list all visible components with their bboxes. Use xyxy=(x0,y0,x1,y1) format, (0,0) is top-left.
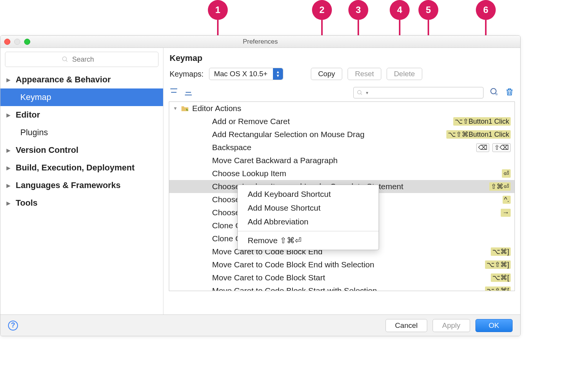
reset-button[interactable]: Reset xyxy=(348,68,381,80)
search-icon xyxy=(357,90,363,96)
shortcut-badge: ⌫ xyxy=(476,143,489,152)
svg-point-6 xyxy=(495,93,498,95)
window-title: Preferences xyxy=(243,38,278,46)
context-menu: Add Keyboard Shortcut Add Mouse Shortcut… xyxy=(237,185,379,250)
shortcut-badge: ⇧⌘⏎ xyxy=(489,182,511,191)
close-window-button[interactable] xyxy=(4,39,10,45)
page-title: Keymap xyxy=(163,48,520,66)
shortcut-badge: ⌥⇧Button1 Click xyxy=(453,117,511,126)
settings-search-input[interactable] xyxy=(72,55,102,64)
minimize-window-button[interactable] xyxy=(14,39,20,45)
svg-point-2 xyxy=(358,90,361,94)
sidebar-item-label: Editor xyxy=(16,110,40,120)
collapse-all-icon[interactable] xyxy=(184,88,193,98)
shortcut-badge: ⌥⇧⌘Button1 Click xyxy=(446,130,511,139)
action-label: Move Caret to Code Block End with Select… xyxy=(212,260,485,269)
traffic-lights xyxy=(4,39,30,45)
ctx-add-abbrev[interactable]: Add Abbreviation xyxy=(238,215,379,229)
keymap-selector-row: Keymaps: Mac OS X 10.5+ ▲▼ Copy Reset De… xyxy=(163,66,520,85)
sidebar-item-label: Build, Execution, Deployment xyxy=(16,163,134,173)
action-label: Move Caret Backward a Paragraph xyxy=(212,156,511,165)
shortcut-badge: ⏎ xyxy=(502,169,511,178)
dropdown-stepper-icon: ▲▼ xyxy=(273,68,283,80)
action-tree[interactable]: ▼ Editor Actions Add or Remove Caret⌥⇧Bu… xyxy=(169,101,515,291)
sidebar-item-label: Appearance & Behavior xyxy=(16,75,111,85)
settings-search[interactable] xyxy=(5,52,158,67)
preferences-window: Preferences ▶Appearance & BehaviorKeymap… xyxy=(0,35,521,336)
keymaps-label: Keymaps: xyxy=(170,70,204,79)
action-shortcuts: ⏎ xyxy=(502,169,511,178)
ctx-add-mouse[interactable]: Add Mouse Shortcut xyxy=(238,201,379,215)
shortcut-badge: → xyxy=(501,209,511,217)
action-row[interactable]: Move Caret to Code Block End with Select… xyxy=(169,258,514,271)
sidebar-item-appearance-behavior[interactable]: ▶Appearance & Behavior xyxy=(0,71,163,88)
svg-line-3 xyxy=(361,93,362,95)
shortcut-badge: ^. xyxy=(503,196,511,204)
help-button[interactable]: ? xyxy=(8,321,18,331)
sidebar-item-version-control[interactable]: ▶Version Control xyxy=(0,141,163,159)
action-row[interactable]: Add Rectangular Selection on Mouse Drag⌥… xyxy=(169,128,514,141)
action-shortcuts: ⌥⌘] xyxy=(491,247,511,256)
action-row[interactable]: Choose Lookup Item⏎ xyxy=(169,167,514,180)
action-shortcuts: ⇧⌘⏎ xyxy=(489,182,511,191)
svg-point-4 xyxy=(491,88,496,94)
action-row[interactable]: Move Caret to Code Block Start with Sele… xyxy=(169,284,514,291)
settings-tree: ▶Appearance & BehaviorKeymap▶EditorPlugi… xyxy=(0,71,163,212)
action-label: Choose Lookup Item xyxy=(212,169,502,178)
action-search[interactable]: ▼ xyxy=(353,87,483,98)
copy-button[interactable]: Copy xyxy=(311,68,342,80)
window-titlebar[interactable]: Preferences xyxy=(0,36,520,48)
action-label: Add or Remove Caret xyxy=(212,117,453,126)
ctx-add-keyboard[interactable]: Add Keyboard Shortcut xyxy=(238,187,379,201)
find-by-shortcut-icon[interactable] xyxy=(490,87,499,98)
shortcut-badge: ⌥⇧⌘[ xyxy=(485,286,511,291)
shortcut-badge: ⌥⌘] xyxy=(491,247,511,256)
sidebar-item-languages-frameworks[interactable]: ▶Languages & Frameworks xyxy=(0,177,163,194)
folder-icon xyxy=(181,105,189,112)
sidebar-item-label: Languages & Frameworks xyxy=(16,180,121,190)
action-shortcuts: ⌥⌘[ xyxy=(491,273,511,282)
action-label: Add Rectangular Selection on Mouse Drag xyxy=(212,130,446,139)
ctx-remove[interactable]: Remove ⇧⌘⏎ xyxy=(238,234,379,247)
sidebar-item-build-execution-deployment[interactable]: ▶Build, Execution, Deployment xyxy=(0,159,163,177)
action-shortcuts: ⌥⇧Button1 Click xyxy=(453,117,511,126)
action-shortcuts: ⌥⇧⌘[ xyxy=(485,286,511,291)
sidebar-item-editor[interactable]: ▶Editor xyxy=(0,106,163,124)
chevron-right-icon: ▶ xyxy=(7,147,12,153)
shortcut-badge: ⇧⌫ xyxy=(492,143,511,152)
action-label: Move Caret to Code Block Start xyxy=(212,273,491,282)
search-icon xyxy=(62,56,69,63)
sidebar-item-keymap[interactable]: Keymap xyxy=(0,88,163,106)
action-row[interactable]: Move Caret Backward a Paragraph xyxy=(169,154,514,167)
action-row[interactable]: Move Caret to Code Block Start⌥⌘[ xyxy=(169,271,514,284)
keymap-toolbar: ▼ xyxy=(163,85,520,101)
chevron-right-icon: ▶ xyxy=(7,77,12,83)
svg-line-1 xyxy=(66,60,67,62)
action-shortcuts: ⌫⇧⌫ xyxy=(476,143,511,152)
action-shortcuts: → xyxy=(501,209,511,217)
sidebar-item-plugins[interactable]: Plugins xyxy=(0,124,163,141)
sidebar-item-label: Plugins xyxy=(20,128,48,137)
action-label: Backspace xyxy=(212,143,476,152)
apply-button[interactable]: Apply xyxy=(433,319,470,332)
zoom-window-button[interactable] xyxy=(24,39,30,45)
trash-icon[interactable] xyxy=(505,87,514,98)
cancel-button[interactable]: Cancel xyxy=(385,319,427,332)
chevron-right-icon: ▶ xyxy=(7,112,12,118)
ok-button[interactable]: OK xyxy=(475,319,513,332)
action-row[interactable]: Backspace⌫⇧⌫ xyxy=(169,141,514,154)
keymap-select[interactable]: Mac OS X 10.5+ ▲▼ xyxy=(209,68,283,80)
dialog-footer: ? Cancel Apply OK xyxy=(0,314,520,336)
sidebar-item-label: Version Control xyxy=(16,145,78,155)
action-shortcuts: ⌥⇧⌘] xyxy=(485,260,511,269)
action-group[interactable]: ▼ Editor Actions xyxy=(169,102,514,115)
chevron-down-icon: ▼ xyxy=(173,106,178,111)
sidebar-item-tools[interactable]: ▶Tools xyxy=(0,194,163,212)
action-row[interactable]: Add or Remove Caret⌥⇧Button1 Click xyxy=(169,115,514,128)
action-shortcuts: ⌥⇧⌘Button1 Click xyxy=(446,130,511,139)
chevron-right-icon: ▶ xyxy=(7,183,12,188)
delete-button[interactable]: Delete xyxy=(387,68,422,80)
action-label: Move Caret to Code Block Start with Sele… xyxy=(212,286,485,291)
svg-point-0 xyxy=(62,57,67,61)
expand-all-icon[interactable] xyxy=(170,88,178,98)
